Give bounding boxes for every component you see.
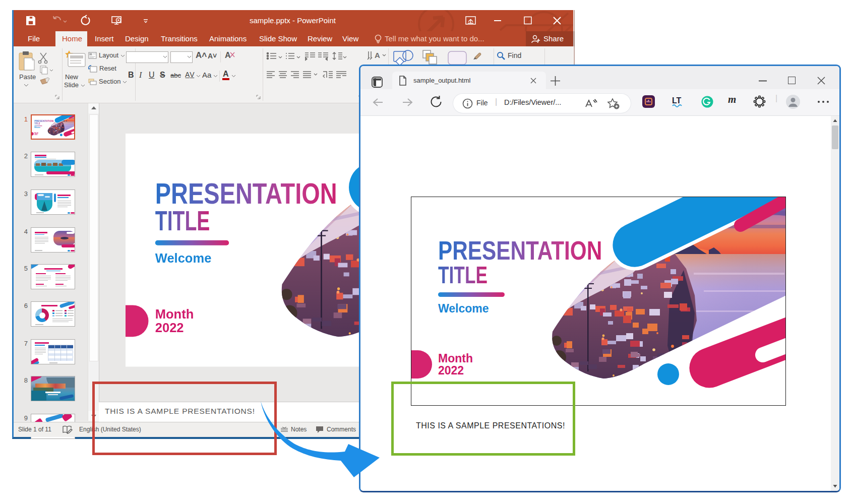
svg-text:A: A bbox=[375, 51, 380, 59]
svg-text:LT: LT bbox=[672, 96, 682, 105]
